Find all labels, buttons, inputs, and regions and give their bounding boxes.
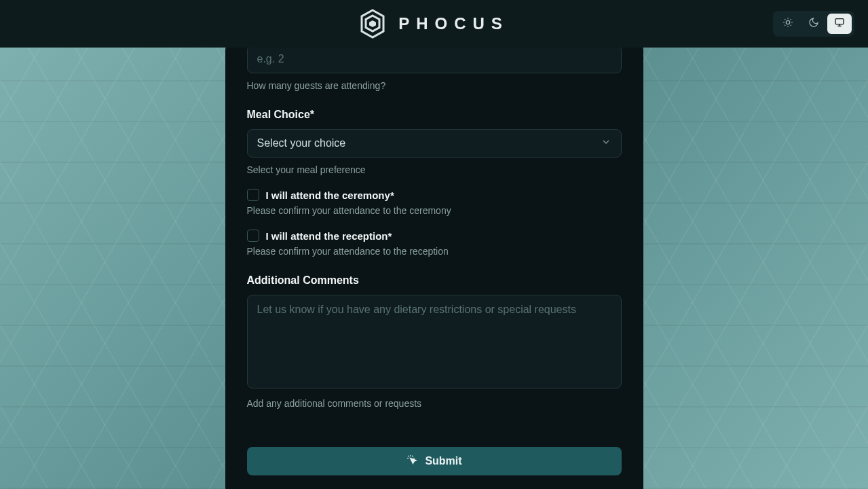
comments-textarea[interactable]	[247, 295, 622, 388]
submit-label: Submit	[425, 455, 461, 467]
theme-system-button[interactable]	[827, 14, 852, 34]
meal-field-group: Meal Choice* Select your choice Select y…	[247, 91, 622, 175]
svg-line-8	[791, 19, 791, 20]
meal-select-value: Select your choice	[257, 137, 346, 149]
meal-select[interactable]: Select your choice	[247, 129, 622, 158]
guests-field-group: How many guests are attending?	[247, 48, 622, 91]
monitor-icon	[834, 17, 845, 31]
ceremony-checkbox[interactable]	[247, 189, 259, 201]
comments-help: Add any additional comments or requests	[247, 398, 622, 409]
meal-help: Select your meal preference	[247, 164, 622, 175]
logo-icon	[359, 9, 386, 39]
svg-line-7	[785, 25, 785, 26]
comments-label: Additional Comments	[247, 274, 622, 287]
reception-help: Please confirm your attendance to the re…	[247, 246, 622, 257]
guests-help: How many guests are attending?	[247, 80, 622, 91]
theme-light-button[interactable]	[776, 14, 800, 34]
meal-label: Meal Choice*	[247, 109, 622, 121]
ceremony-label: I will attend the ceremony*	[266, 189, 394, 201]
app-header: PHOCUS	[0, 0, 868, 48]
guests-input[interactable]	[247, 48, 622, 73]
svg-line-4	[791, 25, 791, 26]
brand-name: PHOCUS	[398, 14, 509, 33]
theme-dark-button[interactable]	[801, 14, 826, 34]
ceremony-field-group: I will attend the ceremony* Please confi…	[247, 189, 622, 216]
cursor-click-icon	[406, 454, 418, 469]
rsvp-form-card: How many guests are attending? Meal Choi…	[225, 48, 643, 489]
theme-switcher	[773, 11, 854, 37]
reception-field-group: I will attend the reception* Please conf…	[247, 230, 622, 257]
reception-label: I will attend the reception*	[266, 230, 392, 242]
brand: PHOCUS	[359, 9, 509, 39]
reception-checkbox[interactable]	[247, 230, 259, 242]
moon-icon	[808, 17, 819, 31]
svg-rect-9	[835, 19, 844, 24]
ceremony-help: Please confirm your attendance to the ce…	[247, 205, 622, 216]
svg-line-3	[785, 19, 785, 20]
svg-point-0	[786, 20, 789, 24]
sun-icon	[782, 17, 793, 31]
chevron-down-icon	[601, 137, 611, 150]
comments-field-group: Additional Comments Add any additional c…	[247, 257, 622, 409]
submit-button[interactable]: Submit	[247, 447, 622, 475]
